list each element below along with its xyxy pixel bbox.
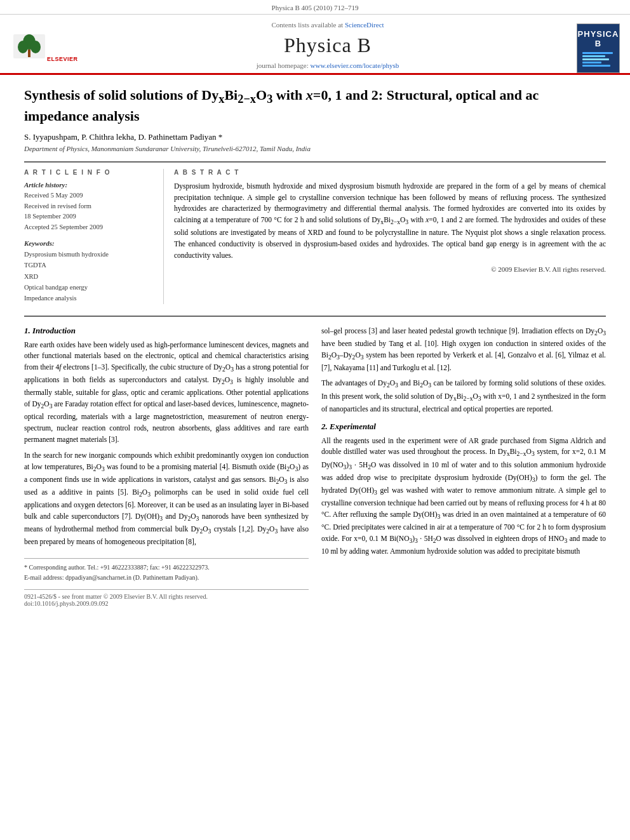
sciencedirect-link-anchor[interactable]: ScienceDirect xyxy=(345,21,384,29)
keywords-label: Keywords: xyxy=(24,239,156,247)
article-title: Synthesis of solid solutions of DyxBi2−x… xyxy=(24,86,606,126)
keyword-3: XRD xyxy=(24,271,156,282)
page: Physica B 405 (2010) 712–719 ELSEVIER Co… xyxy=(0,0,630,840)
section1-title: 1. Introduction xyxy=(24,326,309,336)
elsevier-logo: ELSEVIER xyxy=(10,28,80,66)
section1-label: Introduction xyxy=(32,326,76,335)
keyword-5: Impedance analysis xyxy=(24,293,156,303)
citation-text: Physica B 405 (2010) 712–719 xyxy=(272,4,359,11)
journal-title: Physica B xyxy=(284,34,372,57)
right-column: sol–gel process [3] and laser heated ped… xyxy=(321,326,606,607)
affiliation-text: Department of Physics, Manonmaniam Sunda… xyxy=(24,145,311,152)
bottom-bar: 0921-4526/$ - see front matter © 2009 El… xyxy=(24,589,309,607)
section2-label: Experimental xyxy=(330,422,376,431)
issn-text: 0921-4526/$ - see front matter © 2009 El… xyxy=(24,593,309,600)
affiliation: Department of Physics, Manonmaniam Sunda… xyxy=(24,145,606,152)
abstract-text: Dysprosium hydroxide, bismuth hydroxide … xyxy=(174,181,606,262)
section2-title: 2. Experimental xyxy=(321,422,606,432)
journal-homepage: journal homepage: www.elsevier.com/locat… xyxy=(257,62,399,69)
section1-body: Rare earth oxides have been widely used … xyxy=(24,340,309,548)
section1-right-body: sol–gel process [3] and laser heated ped… xyxy=(321,326,606,415)
doi-text: doi:10.1016/j.physb.2009.09.092 xyxy=(24,600,309,607)
journal-header: ELSEVIER Contents lists available at Sci… xyxy=(0,15,630,75)
abstract-column: A B S T R A C T Dysprosium hydroxide, bi… xyxy=(174,169,606,304)
homepage-link[interactable]: www.elsevier.com/locate/physb xyxy=(311,62,399,69)
info-abstract-section: A R T I C L E I N F O Article history: R… xyxy=(24,161,606,304)
revised-date: 18 September 2009 xyxy=(24,211,156,222)
svg-point-3 xyxy=(18,41,28,53)
publisher-logo-area: ELSEVIER xyxy=(10,21,86,73)
article-body: Synthesis of solid solutions of DyxBi2−x… xyxy=(0,75,630,618)
journal-cover-area: PHYSICA B xyxy=(569,21,620,73)
keyword-4: Optical bandgap energy xyxy=(24,282,156,293)
revised-label: Received in revised form xyxy=(24,201,156,212)
keyword-1: Dysprosium bismuth hydroxide xyxy=(24,249,156,260)
section2-number: 2. xyxy=(321,422,328,431)
homepage-label: journal homepage: xyxy=(257,62,309,69)
keywords-list: Dysprosium bismuth hydroxide TGDTA XRD O… xyxy=(24,249,156,304)
journal-title-area: Contents lists available at ScienceDirec… xyxy=(93,21,563,73)
received-date: Received 5 May 2009 xyxy=(24,190,156,201)
footnote-area: * Corresponding author. Tel.: +91 462223… xyxy=(24,558,309,583)
authors: S. Iyyapushpam, P. Chithra lekha, D. Pat… xyxy=(24,132,606,142)
keyword-2: TGDTA xyxy=(24,260,156,270)
journal-cover: PHYSICA B xyxy=(577,23,620,73)
footnote-email: E-mail address: dppadiyan@sancharnet.in … xyxy=(24,573,309,583)
svg-text:ELSEVIER: ELSEVIER xyxy=(47,56,78,62)
abstract-header: A B S T R A C T xyxy=(174,169,606,176)
left-column: 1. Introduction Rare earth oxides have b… xyxy=(24,326,309,607)
history-label: Article history: xyxy=(24,181,156,189)
section1-number: 1. xyxy=(24,326,30,335)
authors-text: S. Iyyapushpam, P. Chithra lekha, D. Pat… xyxy=(24,132,222,142)
sciencedirect-text: Contents lists available at xyxy=(271,21,343,29)
main-columns: 1. Introduction Rare earth oxides have b… xyxy=(24,316,606,607)
cover-graphic xyxy=(582,52,614,68)
cover-title: PHYSICA B xyxy=(577,29,619,48)
article-dates: Received 5 May 2009 Received in revised … xyxy=(24,190,156,233)
section2-body: All the reagents used in the experiment … xyxy=(321,436,606,557)
svg-point-4 xyxy=(30,41,41,53)
svg-rect-5 xyxy=(28,50,30,57)
footnote-corresponding: * Corresponding author. Tel.: +91 462223… xyxy=(24,563,309,573)
copyright-text: © 2009 Elsevier B.V. All rights reserved… xyxy=(174,265,606,273)
sciencedirect-link: Contents lists available at ScienceDirec… xyxy=(271,21,384,29)
article-info-column: A R T I C L E I N F O Article history: R… xyxy=(24,169,164,304)
accepted-date: Accepted 25 September 2009 xyxy=(24,222,156,233)
journal-citation: Physica B 405 (2010) 712–719 xyxy=(0,0,630,15)
article-info-header: A R T I C L E I N F O xyxy=(24,169,156,176)
